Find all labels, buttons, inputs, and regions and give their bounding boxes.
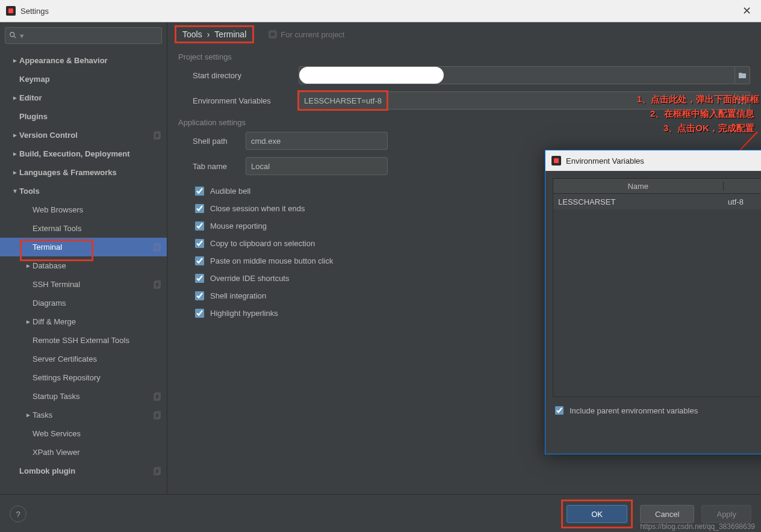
option-checkbox[interactable] bbox=[195, 204, 204, 213]
ok-highlight-box: OK bbox=[561, 500, 633, 528]
option-checkbox[interactable] bbox=[195, 239, 204, 248]
sidebar-item-server-certificates[interactable]: Server Certificates bbox=[0, 350, 167, 368]
sidebar-item-web-browsers[interactable]: Web Browsers bbox=[0, 200, 167, 219]
tree-arrow-icon: ► bbox=[24, 318, 33, 325]
window-titlebar: Settings ✕ bbox=[0, 0, 761, 22]
sidebar-item-database[interactable]: ►Database bbox=[0, 256, 167, 275]
sidebar-item-remote-ssh-external-tools[interactable]: Remote SSH External Tools bbox=[0, 331, 167, 350]
breadcrumb-highlight: Tools › Terminal bbox=[175, 25, 254, 43]
tree-arrow-icon: ► bbox=[11, 57, 19, 64]
sidebar-item-label: Version Control bbox=[19, 131, 154, 140]
chevron-right-icon: › bbox=[207, 29, 210, 39]
sidebar-item-ssh-terminal[interactable]: SSH Terminal bbox=[0, 275, 167, 294]
env-vars-dialog: Environment Variables ✕ Name Value LESSC… bbox=[545, 150, 761, 454]
tree-arrow-icon: ► bbox=[11, 169, 19, 176]
sidebar-item-label: Build, Execution, Deployment bbox=[19, 149, 162, 158]
sidebar-item-version-control[interactable]: ►Version Control bbox=[0, 126, 167, 144]
sidebar-item-languages-frameworks[interactable]: ►Languages & Frameworks bbox=[0, 163, 167, 182]
shell-path-value: cmd.exe bbox=[251, 137, 281, 146]
option-label: Close session when it ends bbox=[210, 204, 305, 213]
option-checkbox[interactable] bbox=[195, 187, 204, 196]
shell-path-input[interactable]: cmd.exe bbox=[246, 132, 388, 150]
search-icon bbox=[9, 31, 17, 40]
option-label: Shell integration bbox=[210, 291, 266, 300]
sidebar-item-xpath-viewer[interactable]: XPath Viewer bbox=[0, 443, 167, 462]
sidebar-item-external-tools[interactable]: External Tools bbox=[0, 219, 167, 238]
env-vars-table[interactable]: Name Value LESSCHARSET utf-8 bbox=[553, 178, 761, 397]
sidebar-item-label: Settings Repository bbox=[33, 373, 162, 382]
app-logo-icon bbox=[6, 6, 16, 16]
scope-icon bbox=[154, 243, 162, 252]
sidebar-item-appearance-behavior[interactable]: ►Appearance & Behavior bbox=[0, 51, 167, 70]
sidebar-item-label: Lombok plugin bbox=[19, 466, 154, 475]
sidebar-item-lombok-plugin[interactable]: Lombok plugin bbox=[0, 462, 167, 480]
search-input[interactable]: ▾ bbox=[5, 27, 162, 44]
option-label: Audible bell bbox=[210, 187, 250, 196]
scope-icon bbox=[269, 30, 277, 39]
help-button[interactable]: ? bbox=[10, 506, 26, 522]
sidebar-item-tools[interactable]: ▼Tools bbox=[0, 182, 167, 200]
annotation-line-3: 3、点击OK，完成配置 bbox=[637, 121, 759, 135]
sidebar-item-label: SSH Terminal bbox=[33, 280, 154, 289]
sidebar-item-label: XPath Viewer bbox=[33, 448, 162, 457]
cancel-button[interactable]: Cancel bbox=[640, 505, 694, 523]
scope-icon bbox=[154, 131, 162, 140]
svg-rect-15 bbox=[270, 32, 275, 37]
table-header: Name Value bbox=[553, 179, 761, 194]
sidebar-item-diff-merge[interactable]: ►Diff & Merge bbox=[0, 312, 167, 331]
sidebar-item-label: Server Certificates bbox=[33, 354, 162, 363]
annotation-text: 1、点击此处，弹出下面的框框 2、在框框中输入配置信息 3、点击OK，完成配置 bbox=[637, 92, 759, 135]
sidebar-item-build-execution-deployment[interactable]: ►Build, Execution, Deployment bbox=[0, 144, 167, 163]
search-dropdown-icon[interactable]: ▾ bbox=[20, 31, 24, 40]
scope-icon bbox=[154, 392, 162, 401]
dialog-logo-icon bbox=[551, 156, 561, 165]
sidebar-item-settings-repository[interactable]: Settings Repository bbox=[0, 368, 167, 387]
browse-start-dir-icon[interactable] bbox=[735, 66, 750, 84]
redacted-path bbox=[299, 67, 444, 84]
tree-arrow-icon: ► bbox=[24, 262, 33, 269]
dialog-title: Environment Variables bbox=[566, 156, 761, 165]
sidebar-item-label: Plugins bbox=[19, 112, 162, 121]
sidebar-item-label: Diff & Merge bbox=[33, 317, 162, 326]
option-checkbox[interactable] bbox=[195, 309, 204, 318]
sidebar-item-label: Database bbox=[33, 261, 162, 270]
sidebar-item-terminal[interactable]: Terminal bbox=[0, 238, 167, 256]
sidebar-item-label: Languages & Frameworks bbox=[19, 168, 162, 177]
option-label: Override IDE shortcuts bbox=[210, 274, 290, 283]
window-close-icon[interactable]: ✕ bbox=[739, 4, 755, 17]
project-settings-label: Project settings bbox=[178, 52, 750, 61]
sidebar-item-diagrams[interactable]: Diagrams bbox=[0, 294, 167, 312]
sidebar-item-label: Terminal bbox=[33, 243, 154, 252]
annotation-line-2: 2、在框框中输入配置信息 bbox=[637, 107, 759, 121]
ok-button[interactable]: OK bbox=[567, 505, 627, 523]
sidebar-item-label: Appearance & Behavior bbox=[19, 56, 162, 65]
sidebar-item-label: External Tools bbox=[33, 224, 162, 233]
table-row[interactable]: LESSCHARSET utf-8 bbox=[553, 194, 761, 209]
breadcrumb-tools[interactable]: Tools bbox=[182, 29, 202, 39]
annotation-line-1: 1、点击此处，弹出下面的框框 bbox=[637, 92, 759, 107]
tab-name-input[interactable]: Local bbox=[246, 157, 388, 175]
window-title: Settings bbox=[20, 7, 739, 16]
include-parent-checkbox[interactable] bbox=[555, 406, 564, 415]
env-value-highlight: LESSCHARSET=utf-8 bbox=[297, 90, 388, 111]
option-checkbox[interactable] bbox=[195, 256, 204, 265]
scope-label: For current project bbox=[281, 30, 344, 39]
sidebar-item-keymap[interactable]: Keymap bbox=[0, 70, 167, 88]
sidebar-item-plugins[interactable]: Plugins bbox=[0, 107, 167, 126]
start-directory-input[interactable] bbox=[299, 66, 735, 84]
option-label: Highlight hyperlinks bbox=[210, 309, 278, 318]
option-label: Mouse reporting bbox=[210, 221, 267, 230]
option-checkbox[interactable] bbox=[195, 291, 204, 300]
option-checkbox[interactable] bbox=[195, 221, 204, 230]
option-checkbox[interactable] bbox=[195, 274, 204, 283]
col-value: Value bbox=[724, 182, 762, 191]
sidebar-item-editor[interactable]: ►Editor bbox=[0, 88, 167, 107]
settings-tree: ►Appearance & BehaviorKeymap►EditorPlugi… bbox=[0, 49, 167, 494]
start-directory-label: Start directory bbox=[193, 71, 299, 80]
sidebar-item-startup-tasks[interactable]: Startup Tasks bbox=[0, 387, 167, 406]
sidebar-item-tasks[interactable]: ►Tasks bbox=[0, 406, 167, 424]
sidebar-item-web-services[interactable]: Web Services bbox=[0, 424, 167, 443]
col-name: Name bbox=[553, 182, 724, 191]
cell-name: LESSCHARSET bbox=[553, 197, 723, 206]
apply-button[interactable]: Apply bbox=[701, 505, 751, 523]
